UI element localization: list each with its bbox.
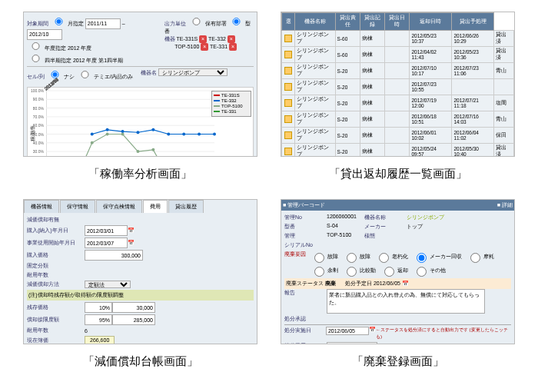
remove-icon[interactable]: ×	[201, 43, 208, 51]
table-header: 返却日時	[410, 13, 452, 31]
row-icon	[284, 83, 292, 91]
caption-bl: 「減価償却台帳画面」	[23, 350, 257, 380]
legend-item: TE-332	[214, 98, 249, 103]
table-header: 機器名称	[295, 13, 336, 31]
report-textarea[interactable]: 業者に新品購入品との入れ替えの為、無償にて対応してもらった。	[327, 289, 485, 314]
half-radio[interactable]: 四半期指定	[27, 58, 71, 63]
svg-text:90.0%: 90.0%	[33, 97, 45, 101]
actual-date-input[interactable]	[326, 327, 369, 335]
svg-text:40.0%: 40.0%	[33, 140, 45, 145]
use-date-input[interactable]	[85, 238, 128, 248]
loan-history-panel: 選機器名称貸出責任貸出記録貸出日時返却日時貸出予処理 シリンジポンプS-60病棟…	[281, 12, 515, 157]
row-icon	[284, 67, 292, 75]
svg-text:30.0%: 30.0%	[33, 149, 45, 154]
caption-br: 「廃棄登録画面」	[281, 350, 515, 380]
equip-item: TE-331S	[177, 36, 198, 42]
table-row[interactable]: シリンジポンプS-20病棟2012/07/23 10:55	[282, 79, 514, 95]
tab[interactable]: 費用	[143, 200, 168, 213]
reason-radio[interactable]: メーカー回収	[413, 251, 462, 263]
reason-radio[interactable]: 故障	[311, 251, 338, 263]
month-radio[interactable]: 月指定	[50, 21, 84, 26]
row-icon	[284, 148, 292, 155]
table-row[interactable]: シリンジポンプS-60病棟2012/04/02 11:432012/05/23 …	[282, 47, 514, 63]
year-radio[interactable]: 年度指定	[27, 45, 66, 51]
svg-text:50.0%: 50.0%	[33, 131, 45, 136]
table-header: 貸出日時	[385, 13, 410, 31]
cell-radio-2[interactable]: テミエ/内品のみ	[76, 74, 133, 79]
reason-radio[interactable]: 余剰	[311, 264, 338, 277]
tab[interactable]: 保守点検情報	[96, 200, 142, 213]
cost-input[interactable]	[327, 342, 377, 344]
disposal-panel: ■ 管理バーコード■ 詳細 管理No1206060001 型番S-04 管理TO…	[281, 199, 515, 344]
note-highlight: (注)償却時残存額が取得額の限度額調整	[27, 290, 254, 301]
table-row[interactable]: シリンジポンプS-20病棟2012/06/01 10:022012/06/04 …	[282, 128, 514, 144]
row-icon	[284, 131, 292, 139]
reason-radio[interactable]: その他	[413, 264, 446, 277]
chart-legend: TE-331STE-332TOP-5100TE-331	[211, 91, 251, 117]
svg-text:100.0%: 100.0%	[31, 88, 45, 93]
equip-item: TE-332	[208, 36, 226, 42]
purchase-date-input[interactable]	[85, 225, 128, 236]
cell-radio-1[interactable]: ナシ	[46, 74, 75, 79]
residual-pct-input[interactable]	[85, 302, 112, 313]
depreciation-panel: 機器情報保守情報保守点検情報費用貸出履歴 減価償却有無 購入(納入)年月日 📅 …	[23, 199, 257, 344]
caption-tr: 「貸出返却履歴一覧画面」	[281, 163, 515, 193]
legend-item: TOP-5100	[214, 104, 249, 108]
tab[interactable]: 貸出履歴	[168, 200, 204, 213]
row-icon	[284, 51, 292, 58]
equip-item: TOP-5100	[174, 44, 199, 49]
reason-radio[interactable]: 返却	[380, 264, 408, 277]
residual-val-input[interactable]	[112, 302, 155, 313]
utilization-chart: 稼働率 0.0%10.0%20.0%30.0%40.0%50.0%60.0%70…	[27, 87, 254, 158]
book-value: 266,600	[85, 336, 115, 344]
table-header: 貸出記録	[360, 13, 384, 31]
equip-label: 機器	[164, 36, 175, 42]
svg-text:70.0%: 70.0%	[33, 114, 45, 118]
table-row[interactable]: シリンジポンプS-20病棟2012/06/18 10:512012/07/16 …	[282, 111, 514, 128]
equip-item: TE-331	[210, 44, 227, 49]
unit-dept-radio[interactable]: 保有部署	[188, 21, 227, 26]
device-label: 機器名	[141, 70, 157, 75]
method-select[interactable]: 定額法	[85, 281, 131, 288]
period-label: 対象期間	[27, 21, 48, 26]
reason-radios: 故障故障老朽化メーカー回収摩耗余剰比較動返却その他	[311, 251, 511, 277]
row-icon	[284, 115, 292, 123]
remove-icon[interactable]: ×	[227, 35, 235, 43]
table-row[interactable]: シリンジポンプS-20病棟2012/07/10 10:172012/07/23 …	[282, 63, 514, 79]
svg-text:60.0%: 60.0%	[33, 123, 45, 128]
row-icon	[284, 35, 292, 42]
legend-item: TE-331	[214, 109, 249, 114]
table-header: 貸出予処理	[452, 13, 494, 31]
table-header: 貸出責任	[335, 13, 360, 31]
table-header: 選	[282, 13, 295, 31]
remove-icon[interactable]: ×	[199, 35, 207, 43]
limit-val-input[interactable]	[112, 314, 155, 325]
tab[interactable]: 機器情報	[24, 200, 59, 213]
remove-icon[interactable]: ×	[229, 43, 237, 51]
reason-radio[interactable]: 比較動	[343, 264, 376, 277]
utilization-analysis-panel: 対象期間 月指定 – 年度指定 2012 年度 四半期指定 2012 年度 第1…	[23, 12, 257, 157]
month-from[interactable]	[85, 18, 121, 29]
month-to[interactable]	[27, 29, 62, 40]
cell-label: セル/列	[27, 74, 45, 79]
caption-tl: 「稼働率分析画面」	[23, 163, 257, 193]
device-select[interactable]: シリンジポンプ	[158, 68, 227, 76]
output-label: 出力単位	[164, 21, 186, 26]
status-bar: 廃棄ステータス 廃棄 処分予定日 2012/06/05 📅	[284, 278, 511, 289]
tab[interactable]: 保守情報	[60, 200, 95, 213]
legend-item: TE-331S	[214, 93, 249, 98]
table-row[interactable]: シリンジポンプS-20病棟2012/05/24 09:572012/05/30 …	[282, 144, 514, 158]
limit-pct-input[interactable]	[85, 314, 112, 325]
table-row[interactable]: シリンジポンプS-20病棟2012/07/19 12:002012/07/21 …	[282, 95, 514, 111]
reason-radio[interactable]: 老朽化	[375, 251, 408, 263]
reason-radio[interactable]: 故障	[343, 251, 370, 263]
svg-text:80.0%: 80.0%	[33, 105, 45, 110]
history-table: 選機器名称貸出責任貸出記録貸出日時返却日時貸出予処理 シリンジポンプS-60病棟…	[281, 12, 514, 157]
table-row[interactable]: シリンジポンプS-60病棟2012/05/23 10:372012/06/26 …	[282, 31, 514, 47]
tabs: 機器情報保守情報保守点検情報費用貸出履歴	[24, 200, 257, 213]
price-input[interactable]	[85, 250, 143, 261]
row-icon	[284, 99, 292, 107]
reason-radio[interactable]: 摩耗	[467, 251, 494, 263]
